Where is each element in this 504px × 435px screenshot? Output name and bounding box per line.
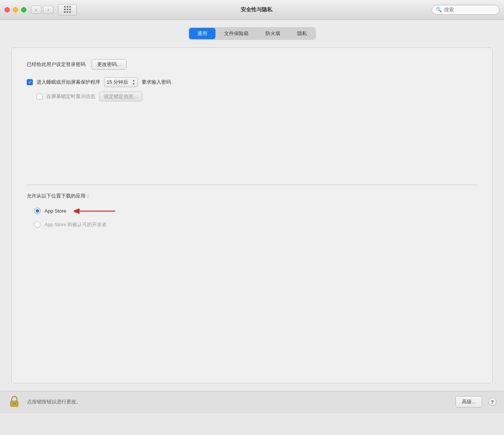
- bottom-extra-space: [0, 412, 504, 435]
- lock-message: 点按锁按钮以进行更改。: [27, 398, 449, 405]
- bottom-bar: 点按锁按钮以进行更改。 高级... ?: [0, 391, 504, 412]
- help-button[interactable]: ?: [488, 398, 496, 406]
- radio-row-appstore: App Store: [34, 205, 477, 217]
- svg-rect-3: [13, 403, 16, 405]
- divider: [27, 185, 477, 185]
- lockinfo-row: 在屏幕锁定时显示信息 设定锁定信息...: [37, 92, 477, 101]
- grid-icon: [64, 6, 71, 13]
- password-label: 已经给此用户设定登录密码: [27, 61, 86, 68]
- arrow-icon: [74, 205, 119, 217]
- sleep-row: 进入睡眠或开始屏幕保护程序 15 分钟后 ▲ ▼ 要求输入密码: [27, 77, 477, 87]
- stepper-arrows-icon: ▲ ▼: [132, 79, 135, 86]
- lock-icon[interactable]: [8, 395, 21, 409]
- sleep-delay-value: 15 分钟后: [107, 79, 128, 86]
- downloads-title: 允许从以下位置下载的应用：: [27, 193, 477, 199]
- close-button[interactable]: [5, 7, 10, 12]
- lockscreen-label: 在屏幕锁定时显示信息: [46, 93, 95, 100]
- tab-firewall[interactable]: 防火墙: [257, 28, 289, 39]
- require-password-label: 要求输入密码: [142, 79, 171, 86]
- nav-buttons: ‹ ›: [31, 6, 53, 14]
- chevron-right-icon: ›: [47, 7, 49, 12]
- search-icon: 🔍: [436, 7, 442, 12]
- radio-appstore-dev-label: App Store 和被认可的开发者: [44, 221, 107, 228]
- minimize-button[interactable]: [13, 7, 18, 12]
- sleep-label: 进入睡眠或开始屏幕保护程序: [37, 79, 100, 86]
- radio-inner-icon: [36, 209, 39, 213]
- search-input[interactable]: [444, 7, 495, 12]
- radio-appstore-dev[interactable]: [34, 221, 41, 228]
- sleep-delay-selector[interactable]: 15 分钟后 ▲ ▼: [104, 77, 138, 87]
- tab-general[interactable]: 通用: [189, 28, 215, 39]
- tab-privacy[interactable]: 隐私: [289, 28, 315, 39]
- arrow-down-icon: ▼: [132, 83, 135, 86]
- radio-appstore-label: App Store: [44, 208, 66, 214]
- tabs-container: 通用 文件保险箱 防火墙 隐私: [11, 27, 493, 40]
- traffic-lights: [5, 7, 26, 12]
- titlebar: ‹ › 安全性与隐私 🔍: [0, 0, 504, 20]
- settings-panel: 已经给此用户设定登录密码 更改密码... 进入睡眠或开始屏幕保护程序 15 分钟…: [11, 47, 493, 383]
- arrow-annotation: [74, 205, 119, 217]
- sleep-checkbox[interactable]: [27, 79, 33, 85]
- tab-filevault[interactable]: 文件保险箱: [216, 28, 257, 39]
- change-password-button[interactable]: 更改密码...: [92, 59, 127, 70]
- app-grid-button[interactable]: [58, 4, 77, 15]
- password-row: 已经给此用户设定登录密码 更改密码...: [27, 59, 477, 70]
- arrow-up-icon: ▲: [132, 79, 135, 82]
- advanced-button[interactable]: 高级...: [455, 396, 482, 407]
- tabs: 通用 文件保险箱 防火墙 隐私: [188, 27, 316, 40]
- window-title: 安全性与隐私: [81, 6, 432, 13]
- chevron-left-icon: ‹: [35, 7, 37, 12]
- forward-button[interactable]: ›: [43, 6, 53, 14]
- download-source-radio-group: App Store App Store 和被认可的开: [34, 205, 477, 228]
- lockscreen-checkbox[interactable]: [37, 93, 43, 100]
- radio-row-appstore-dev: App Store 和被认可的开发者: [34, 221, 477, 228]
- set-lockscreen-btn: 设定锁定信息...: [99, 92, 142, 101]
- radio-appstore[interactable]: [34, 208, 41, 214]
- main-content: 通用 文件保险箱 防火墙 隐私 已经给此用户设定登录密码 更改密码... 进入睡…: [0, 20, 504, 391]
- search-box[interactable]: 🔍: [432, 5, 499, 15]
- zoom-button[interactable]: [21, 7, 26, 12]
- back-button[interactable]: ‹: [31, 6, 41, 14]
